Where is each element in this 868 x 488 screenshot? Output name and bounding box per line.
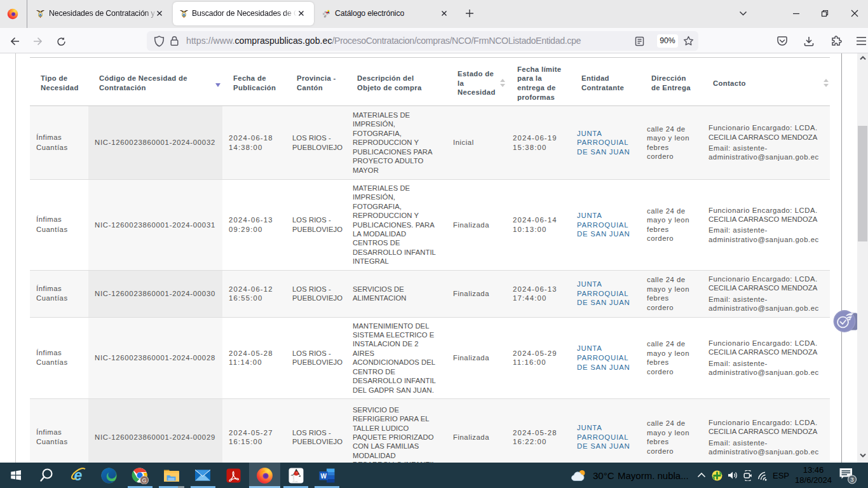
svg-text:G: G [142,477,146,483]
svg-text:W: W [320,472,327,479]
svg-text:3: 3 [850,476,853,483]
